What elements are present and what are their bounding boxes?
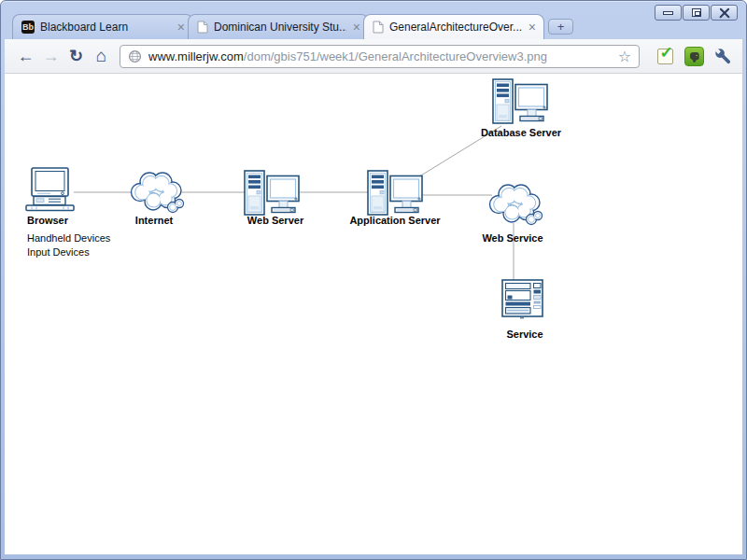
tab-general-architecture-overview[interactable]: GeneralArchitectureOver... ×	[363, 14, 544, 39]
tab-close-icon[interactable]: ×	[352, 21, 361, 33]
page-content: Browser Handheld Devices Input Devices I…	[5, 74, 742, 554]
forward-button[interactable]: →	[38, 47, 63, 66]
tab-label: Blackboard Learn	[40, 21, 171, 34]
wrench-menu-button[interactable]	[712, 45, 734, 67]
back-button[interactable]: ←	[13, 47, 38, 66]
tab-dominican-university[interactable]: Dominican University Stu... ×	[188, 14, 369, 39]
minimize-button[interactable]	[655, 5, 682, 21]
tower-server-icon	[368, 171, 422, 215]
tab-label: Dominican University Stu...	[214, 21, 346, 34]
sublabel-input-devices: Input Devices	[27, 245, 90, 259]
url-path: /dom/gbis751/week1/GeneralArchitectureOv…	[244, 49, 547, 63]
tab-blackboard-learn[interactable]: Bb Blackboard Learn ×	[12, 14, 193, 39]
wrench-icon	[713, 47, 733, 66]
label-browser: Browser	[27, 215, 68, 226]
label-web-service: Web Service	[466, 232, 559, 244]
tab-label: GeneralArchitectureOver...	[389, 21, 522, 34]
navigation-toolbar: ← → ↻ ⌂ www.millerjw.com/dom/gbis751/wee…	[5, 39, 742, 74]
browser-window: Bb Blackboard Learn × Dominican Universi…	[0, 0, 747, 560]
bookmark-star-icon[interactable]: ☆	[618, 48, 631, 65]
address-bar[interactable]: www.millerjw.com/dom/gbis751/week1/Gener…	[120, 45, 640, 68]
tower-server-icon	[245, 171, 299, 215]
close-icon	[719, 7, 730, 19]
cloud-icon	[490, 185, 543, 225]
tower-server-icon	[493, 79, 547, 123]
sublabel-handheld-devices: Handheld Devices	[27, 231, 110, 245]
close-button[interactable]	[711, 5, 738, 21]
window-controls	[655, 5, 738, 21]
url-text: www.millerjw.com/dom/gbis751/week1/Gener…	[148, 49, 547, 63]
new-tab-button[interactable]: +	[548, 19, 573, 35]
url-host: www.millerjw.com	[148, 49, 244, 63]
checkmark-extension-button[interactable]: ✓	[654, 45, 676, 67]
maximize-icon	[692, 8, 701, 17]
checkmark-icon: ✓	[657, 49, 673, 64]
rack-server-icon	[502, 280, 543, 318]
document-icon	[197, 21, 208, 34]
label-internet: Internet	[107, 215, 201, 226]
connector-lines	[74, 126, 514, 285]
architecture-diagram	[5, 74, 742, 554]
maximize-button[interactable]	[683, 5, 710, 21]
home-button[interactable]: ⌂	[89, 46, 114, 66]
label-web-server: Web Server	[229, 215, 322, 226]
desktop-computer-icon	[26, 168, 74, 211]
blackboard-icon: Bb	[21, 21, 35, 34]
label-service: Service	[478, 329, 571, 340]
tab-close-icon[interactable]: ×	[176, 21, 186, 33]
label-database-server: Database Server	[465, 127, 577, 138]
minimize-icon	[663, 11, 673, 15]
document-icon	[373, 21, 384, 34]
tab-close-icon[interactable]: ×	[528, 21, 537, 33]
globe-icon	[128, 49, 142, 63]
reload-button[interactable]: ↻	[63, 46, 89, 66]
label-application-server: Application Server	[339, 215, 451, 226]
evernote-elephant-icon	[684, 47, 704, 66]
evernote-extension-button[interactable]	[683, 45, 705, 67]
tab-strip: Bb Blackboard Learn × Dominican Universi…	[12, 13, 573, 39]
cloud-icon	[132, 173, 184, 213]
titlebar: Bb Blackboard Learn × Dominican Universi…	[1, 1, 746, 39]
